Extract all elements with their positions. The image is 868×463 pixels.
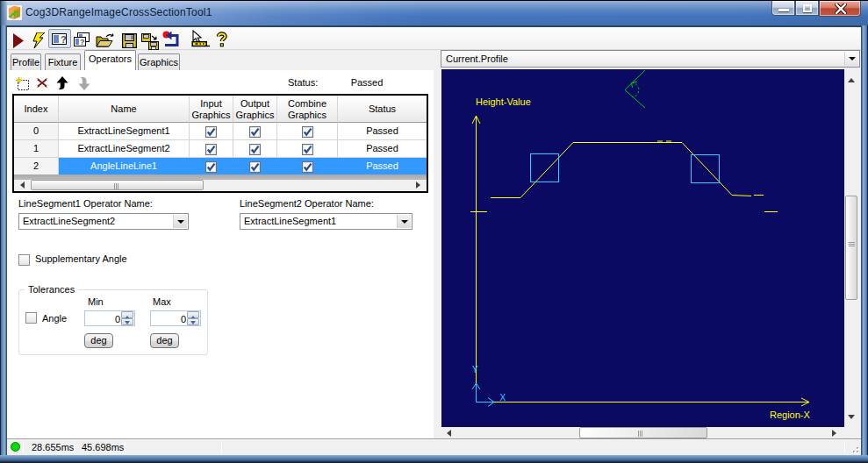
svg-text:?: ?	[80, 38, 85, 46]
svg-text:?: ?	[61, 34, 67, 45]
svg-text:Region-X: Region-X	[770, 410, 811, 420]
svg-text:Height-Value: Height-Value	[476, 96, 531, 107]
svg-text:Y: Y	[472, 365, 478, 374]
svg-text:X: X	[500, 393, 506, 402]
